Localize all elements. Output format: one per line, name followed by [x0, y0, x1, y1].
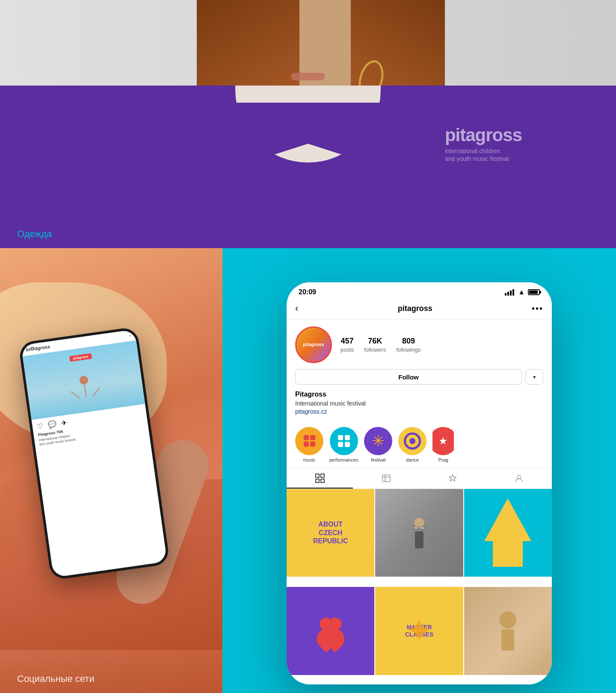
like-icon: ♡ [36, 422, 44, 431]
follow-dropdown[interactable]: ▾ [525, 369, 543, 385]
ig-bio: Pitagross International music festival p… [287, 391, 552, 421]
master-classes-cell: ✦ MASTERCLASSES [375, 587, 463, 675]
svg-rect-3 [321, 479, 324, 483]
status-icons: ▲ [505, 288, 540, 296]
back-button[interactable]: ‹ [295, 303, 298, 314]
highlight-dance-label: dance [406, 457, 419, 462]
profile-tab-icon [514, 474, 524, 483]
comment-icon: 💬 [47, 420, 56, 429]
social-label: Социальные сети [17, 673, 95, 684]
prag-icon: ★ [438, 435, 448, 447]
grid-cell-1[interactable]: ABOUTCZECHREPUBLIC [287, 489, 374, 577]
highlight-prag[interactable]: ★ Prag [432, 427, 454, 462]
grid-tab-icon [315, 474, 325, 483]
heart-logo [318, 616, 344, 640]
tagged-tab-icon [448, 474, 457, 483]
reels-tab-icon [382, 474, 391, 483]
ig-avatar: pitagross [295, 326, 332, 363]
ig-following-label: followings [396, 346, 421, 353]
dance-icon [404, 432, 421, 450]
ig-follow-row: Follow ▾ [295, 369, 543, 385]
grid-tab[interactable] [287, 469, 353, 489]
grid-cell-4[interactable]: pitagross [287, 587, 374, 675]
status-time: 20:09 [299, 288, 316, 296]
svg-point-7 [517, 475, 521, 479]
clothing-section: pitagross international children and you… [0, 0, 616, 248]
instagram-mockup-section: 20:09 ▲ [222, 248, 616, 693]
person-icon [76, 375, 94, 398]
ig-following-stat: 809 followings [396, 337, 421, 353]
highlight-perf-label: performances [329, 457, 358, 462]
ig-highlights-row: music performances [287, 421, 552, 469]
tagged-tab[interactable] [419, 469, 486, 489]
svg-rect-4 [382, 475, 390, 482]
follow-button[interactable]: Follow [295, 369, 522, 385]
highlight-performances[interactable]: performances [329, 427, 358, 462]
highlight-perf-circle [330, 427, 358, 455]
svg-rect-2 [316, 479, 319, 483]
music-icon [304, 435, 315, 447]
ig-photo-grid: ABOUTCZECHREPUBLIC [287, 489, 552, 684]
clothing-label: Одежда [17, 228, 52, 240]
signal-bars [505, 289, 514, 296]
small-brand-badge: pitagross [69, 353, 92, 362]
share-icon: ✈ [61, 418, 68, 427]
svg-rect-1 [321, 474, 324, 477]
festival-icon: ✳ [372, 432, 385, 450]
ig-followers-count: 76K [364, 337, 386, 346]
ig-posts-count: 457 [341, 337, 354, 346]
highlight-prag-circle: ★ [432, 427, 454, 455]
wifi-icon: ▲ [518, 288, 525, 296]
ig-more-button[interactable]: ••• [532, 304, 543, 314]
svg-rect-0 [316, 474, 319, 477]
highlight-music-label: music [303, 457, 316, 462]
violin-photo [375, 489, 463, 577]
starburst-icon: ✦ [405, 614, 433, 648]
ig-profile-top: pitagross 457 posts 76K followers [295, 326, 543, 363]
highlight-festival-label: festival [371, 457, 385, 462]
ig-followers-label: followers [364, 346, 386, 353]
highlight-festival[interactable]: ✳ festival [364, 427, 392, 462]
reels-tab[interactable] [353, 469, 419, 489]
highlight-prag-label: Prag [438, 457, 448, 462]
highlight-dance-circle [398, 427, 426, 455]
ig-profile: pitagross 457 posts 76K followers [287, 320, 552, 391]
highlight-music-circle [295, 427, 323, 455]
social-media-section: Inⴱɑgross ≡ pitagross [0, 248, 222, 693]
ig-tabs [287, 469, 552, 489]
performances-icon [338, 435, 350, 447]
shirt-logo-text: pitagross [445, 125, 522, 145]
profile-tab[interactable] [486, 469, 552, 489]
roof-triangle [484, 498, 531, 541]
grid-cell-5[interactable]: ✦ MASTERCLASSES [375, 587, 463, 675]
battery-icon [528, 289, 540, 295]
ig-stats: 457 posts 76K followers 809 followings [341, 337, 421, 353]
grid-cell-3[interactable] [464, 489, 552, 577]
status-bar: 20:09 ▲ [287, 282, 552, 299]
phone-mockup: 20:09 ▲ [287, 282, 552, 684]
phone-screen: 20:09 ▲ [287, 282, 552, 684]
photo-6 [464, 587, 552, 675]
building-illustration [464, 489, 552, 577]
shirt-logo: pitagross international children and you… [445, 125, 522, 163]
highlight-music[interactable]: music [295, 427, 323, 462]
czech-republic-text: ABOUTCZECHREPUBLIC [313, 520, 348, 545]
ig-display-name: Pitagross [295, 391, 543, 398]
grid-cell-6[interactable] [464, 587, 552, 675]
ig-bio-line1: International music festival [295, 400, 543, 408]
pitagross-logo-cell: pitagross [287, 587, 374, 675]
small-ig-brand: Inⴱɑgross [26, 344, 50, 353]
grid-cell-2[interactable] [375, 489, 463, 577]
ig-followers-stat: 76K followers [364, 337, 386, 353]
bottom-section: Inⴱɑgross ≡ pitagross [0, 248, 616, 693]
highlight-festival-circle: ✳ [364, 427, 392, 455]
ig-posts-label: posts [341, 346, 354, 353]
shirt-logo-sub: international children and youth music f… [445, 147, 522, 163]
ig-posts-stat: 457 posts [341, 337, 354, 353]
ig-following-count: 809 [396, 337, 421, 346]
highlight-dance[interactable]: dance [398, 427, 426, 462]
ig-bio-link[interactable]: pitagross.cz [295, 408, 543, 415]
ig-username: pitagross [398, 304, 432, 313]
avatar-text: pitagross [303, 342, 324, 347]
ig-nav-header: ‹ pitagross ••• [287, 299, 552, 320]
